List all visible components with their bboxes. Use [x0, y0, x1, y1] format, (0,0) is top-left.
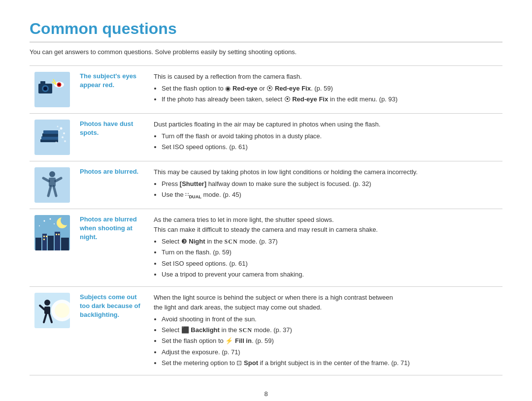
- svg-point-13: [60, 127, 63, 130]
- row-intro: Dust particles floating in the air may b…: [154, 121, 380, 128]
- icon-blurred: [34, 167, 70, 203]
- row-label: Subjects come out too dark because of ba…: [80, 293, 140, 318]
- row-label: Photos are blurred.: [80, 168, 138, 175]
- title-divider: [30, 42, 502, 42]
- row-label-cell: Photos have dust spots.: [75, 114, 149, 161]
- row-icon-cell: [30, 114, 75, 161]
- icon-dust: [34, 120, 70, 155]
- row-label: Photos have dust spots.: [80, 120, 133, 136]
- row-content-cell: When the light source is behind the subj…: [149, 286, 502, 375]
- row-intro2: the light and dark areas, the subject ma…: [154, 304, 322, 311]
- svg-point-42: [39, 225, 40, 226]
- bullet-item: If the photo has already been taken, sel…: [162, 94, 498, 104]
- bullet-item: Adjust the exposure. (p. 71): [162, 347, 498, 357]
- svg-rect-32: [61, 238, 69, 250]
- row-icon-cell: [30, 286, 75, 375]
- bullet-item: Press [Shutter] halfway down to make sur…: [162, 179, 498, 189]
- svg-point-15: [59, 130, 60, 131]
- row-label-cell: Subjects come out too dark because of ba…: [75, 286, 149, 375]
- svg-point-16: [62, 136, 64, 138]
- table-row: The subject's eyes appear red.This is ca…: [30, 66, 502, 114]
- svg-point-4: [43, 87, 47, 91]
- table-row: Subjects come out too dark because of ba…: [30, 286, 502, 375]
- row-icon-cell: [30, 161, 75, 209]
- svg-point-17: [57, 126, 59, 127]
- row-intro2: This can make it difficult to steady the…: [154, 226, 378, 233]
- table-row: Photos are blurred when shooting at nigh…: [30, 209, 502, 287]
- row-icon-cell: [30, 66, 75, 114]
- row-label-cell: The subject's eyes appear red.: [75, 66, 149, 114]
- bullet-item: Set ISO speed options. (p. 61): [162, 259, 498, 269]
- svg-rect-35: [43, 239, 45, 240]
- row-intro1: When the light source is behind the subj…: [154, 294, 393, 301]
- row-icon-cell: [30, 209, 75, 287]
- svg-point-40: [44, 220, 45, 222]
- row-intro: This may be caused by taking photos in l…: [154, 168, 418, 176]
- bullet-item: Turn on the flash. (p. 59): [162, 247, 498, 257]
- svg-point-47: [44, 300, 50, 306]
- svg-point-19: [56, 142, 57, 143]
- row-label: Photos are blurred when shooting at nigh…: [80, 216, 137, 241]
- bullet-item: Set the metering option to ⊡ Spot if a b…: [162, 358, 498, 368]
- bullet-item: Use a tripod to prevent your camera from…: [162, 270, 498, 279]
- row-intro1: As the camera tries to let in more light…: [154, 216, 334, 223]
- bullet-item: Set the flash option to ◉ Red-eye or ⦿ R…: [162, 84, 498, 93]
- icon-red-eye: [34, 72, 70, 107]
- bullet-item: Turn off the flash or avoid taking photo…: [162, 131, 498, 141]
- svg-rect-37: [58, 234, 60, 235]
- svg-rect-10: [41, 136, 58, 140]
- svg-point-46: [55, 303, 69, 318]
- row-content-cell: This may be caused by taking photos in l…: [149, 161, 502, 209]
- bullet-item: Avoid shooting in front of the sun.: [162, 314, 498, 324]
- row-content-cell: This is caused by a reflection from the …: [149, 66, 502, 114]
- svg-point-7: [58, 84, 60, 86]
- svg-point-21: [49, 171, 55, 177]
- row-label-cell: Photos are blurred when shooting at nigh…: [75, 209, 149, 287]
- svg-rect-11: [42, 133, 58, 137]
- icon-backlight: [34, 293, 70, 328]
- row-label-cell: Photos are blurred.: [75, 161, 149, 209]
- row-label: The subject's eyes appear red.: [80, 72, 136, 89]
- svg-rect-48: [44, 307, 50, 314]
- bullet-item: Select ⬛ Backlight in the SCN mode. (p. …: [162, 325, 498, 335]
- svg-rect-12: [43, 130, 58, 134]
- row-content-cell: As the camera tries to let in more light…: [149, 209, 502, 287]
- svg-rect-33: [43, 236, 45, 237]
- bullet-item: Select ❸ Night in the SCN mode. (p. 37): [162, 237, 498, 247]
- subtitle: You can get answers to common questions.…: [30, 48, 502, 56]
- page-title: Common questions: [30, 20, 502, 38]
- svg-point-43: [54, 223, 55, 224]
- row-content-cell: Dust particles floating in the air may b…: [149, 114, 502, 161]
- page-number: 8: [30, 390, 502, 398]
- svg-rect-22: [49, 178, 56, 186]
- bullet-item: Set ISO speed options. (p. 61): [162, 142, 498, 152]
- bullet-item: Set the flash option to ⚡ Fill in. (p. 5…: [162, 336, 498, 346]
- faq-table: The subject's eyes appear red.This is ca…: [30, 65, 502, 375]
- icon-night: [34, 215, 70, 250]
- row-intro: This is caused by a reflection from the …: [154, 73, 302, 80]
- svg-point-14: [63, 132, 65, 134]
- table-row: Photos have dust spots.Dust particles fl…: [30, 114, 502, 161]
- svg-point-41: [50, 218, 51, 220]
- table-row: Photos are blurred.This may be caused by…: [30, 161, 502, 209]
- svg-point-18: [64, 140, 66, 142]
- bullet-item: Use the ∷DUAL mode. (p. 45): [162, 190, 498, 200]
- svg-rect-30: [48, 236, 54, 250]
- svg-rect-36: [56, 234, 57, 235]
- svg-rect-28: [35, 238, 41, 250]
- svg-rect-2: [40, 81, 45, 84]
- svg-rect-34: [46, 236, 47, 237]
